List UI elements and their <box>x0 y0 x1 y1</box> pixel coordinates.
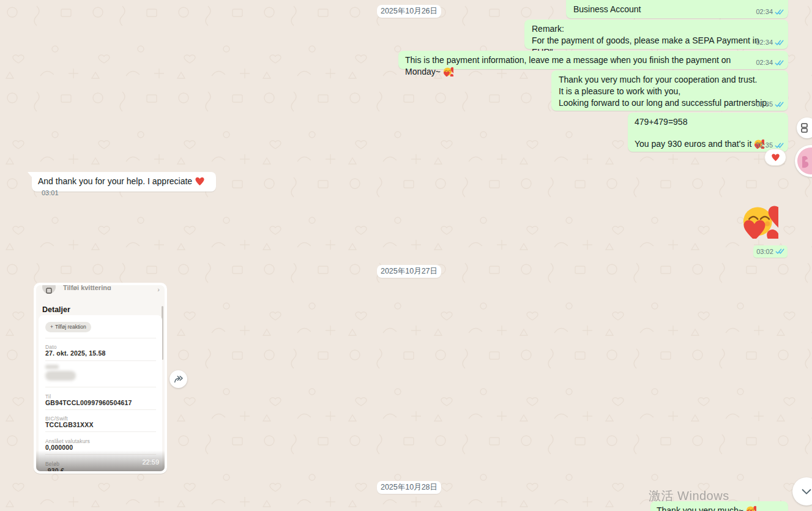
receipt-app-icon <box>42 285 56 294</box>
message-outgoing[interactable]: This is the payment information, leave m… <box>398 51 788 69</box>
message-time: 02:34 <box>756 59 773 67</box>
read-ticks-icon <box>775 40 784 46</box>
chat-window: 2025年10月26日 2025年10月27日 2025年10月28日 Busi… <box>0 0 812 511</box>
message-time: 02:35 <box>756 100 773 108</box>
receipt-field-value: 27. okt. 2025, 15.58 <box>45 348 106 359</box>
sticker-icon <box>797 147 812 174</box>
message-time: 02:34 <box>756 39 773 47</box>
read-ticks-icon <box>775 143 784 149</box>
receipt-card: + Tilføj reaktion Dato 27. okt. 2025, 15… <box>39 315 162 471</box>
message-text: Business Account <box>573 4 641 14</box>
chevron-icon: › <box>157 285 160 296</box>
message-text: Thank you very much for your cooperation… <box>559 75 769 108</box>
message-outgoing[interactable]: 479+479=958 You pay 930 euros and that's… <box>628 113 788 152</box>
message-text: Thank you very much~ <box>657 505 743 511</box>
divider <box>45 338 156 338</box>
message-time: 03:02 <box>756 248 773 255</box>
message-text: You pay 930 euros and that's it <box>635 139 751 149</box>
message-outgoing[interactable]: Thank you very much for your cooperation… <box>551 70 788 111</box>
date-divider: 2025年10月27日 <box>377 265 441 278</box>
add-reaction-button: + Tilføj reaktion <box>45 322 91 332</box>
read-ticks-icon <box>775 9 784 15</box>
divider <box>45 409 156 410</box>
date-divider: 2025年10月28日 <box>377 481 441 494</box>
message-time: 02:35 <box>756 141 773 149</box>
smiling-face-with-hearts-emoji <box>443 66 453 76</box>
redacted-label <box>45 365 59 369</box>
message-time: 03:01 <box>42 189 59 196</box>
forward-button[interactable] <box>169 370 187 388</box>
divider <box>45 387 156 387</box>
red-heart-emoji <box>195 176 205 186</box>
read-ticks-icon <box>775 248 784 255</box>
message-text: And thank you for your help. I appreciat… <box>38 176 192 186</box>
forward-arrow-icon <box>173 375 184 383</box>
read-ticks-icon <box>775 102 784 108</box>
message-time: 22:59 <box>142 457 159 468</box>
message-outgoing[interactable]: Thank you very much~ <box>650 501 788 511</box>
chevron-down-icon <box>800 485 812 498</box>
message-outgoing[interactable]: Business Account 02:34 <box>566 0 788 18</box>
widget-icon <box>801 123 808 133</box>
receipt-field-value: GB94TCCL00997960504617 <box>45 397 132 409</box>
image-message-receipt[interactable]: Tilføj kvittering › Detaljer + Tilføj re… <box>34 283 167 474</box>
add-reaction-label: Tilføj reaktion <box>55 321 86 333</box>
message-incoming[interactable]: And thank you for your help. I appreciat… <box>32 172 216 192</box>
red-heart-emoji <box>771 153 780 162</box>
divider <box>45 360 156 361</box>
redacted-value <box>45 371 76 381</box>
receipt-header: Tilføj kvittering <box>63 285 111 290</box>
read-ticks-icon <box>775 60 784 66</box>
receipt-title: Detaljer <box>42 304 70 316</box>
plus-icon: + <box>50 321 53 333</box>
receipt-field-value: TCCLGB31XXX <box>45 419 94 431</box>
divider <box>45 431 156 432</box>
message-text: 479+479=958 <box>635 116 781 128</box>
message-outgoing[interactable]: Remark: For the payment of goods, please… <box>524 20 788 49</box>
bubble-tail <box>28 172 33 179</box>
date-divider: 2025年10月26日 <box>377 5 441 18</box>
smiling-face-with-hearts-emoji <box>746 505 756 511</box>
heart-reaction[interactable] <box>764 149 786 166</box>
message-time: 02:34 <box>756 8 773 16</box>
smiling-face-with-hearts-emoji[interactable] <box>742 202 778 239</box>
receipt-screenshot: Tilføj kvittering › Detaljer + Tilføj re… <box>36 285 165 471</box>
emoji-message-meta: 03:02 <box>753 245 788 258</box>
